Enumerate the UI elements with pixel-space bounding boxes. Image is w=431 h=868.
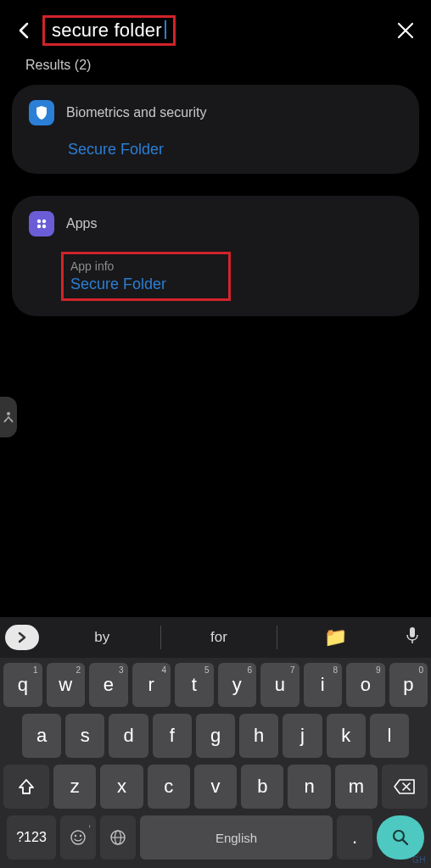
key-y[interactable]: y6	[218, 663, 257, 707]
expand-toolbar-button[interactable]	[5, 625, 39, 650]
result-card-biometrics[interactable]: Biometrics and security Secure Folder	[12, 85, 419, 174]
back-button[interactable]	[14, 20, 34, 41]
key-r[interactable]: r4	[132, 663, 171, 707]
result-category: Biometrics and security	[66, 105, 206, 120]
suggestion-2[interactable]: for	[161, 629, 277, 646]
svg-line-14	[403, 840, 407, 844]
key-t[interactable]: t5	[175, 663, 214, 707]
result-category: Apps	[66, 216, 97, 231]
key-w[interactable]: w2	[47, 663, 86, 707]
period-key[interactable]: .	[337, 815, 372, 860]
result-item-link: Secure Folder	[70, 275, 221, 293]
svg-point-8	[75, 835, 76, 837]
svg-point-3	[42, 225, 46, 228]
shift-key[interactable]	[3, 765, 49, 809]
key-v[interactable]: v	[194, 765, 237, 809]
svg-rect-5	[410, 627, 415, 637]
svg-point-0	[37, 220, 41, 223]
key-c[interactable]: c	[148, 765, 190, 809]
key-m[interactable]: m	[335, 765, 378, 809]
key-j[interactable]: j	[283, 714, 322, 758]
svg-point-4	[7, 412, 10, 415]
search-query-text: secure folder	[52, 19, 162, 41]
key-k[interactable]: k	[327, 714, 366, 758]
highlighted-result[interactable]: App info Secure Folder	[61, 252, 231, 301]
clear-search-button[interactable]	[394, 19, 417, 42]
watermark: GH	[412, 855, 426, 865]
key-l[interactable]: l	[370, 714, 409, 758]
svg-point-7	[71, 831, 85, 844]
result-sublabel: App info	[70, 259, 221, 273]
key-i[interactable]: i8	[304, 663, 343, 707]
key-x[interactable]: x	[100, 765, 143, 809]
svg-point-9	[80, 835, 81, 837]
svg-point-1	[42, 220, 46, 223]
key-n[interactable]: n	[288, 765, 330, 809]
key-p[interactable]: p0	[389, 663, 428, 707]
svg-point-2	[37, 225, 41, 228]
result-item-link[interactable]: Secure Folder	[68, 141, 402, 159]
search-key[interactable]	[377, 815, 424, 860]
result-card-apps[interactable]: Apps App info Secure Folder	[12, 196, 419, 316]
key-h[interactable]: h	[239, 714, 278, 758]
apps-icon	[29, 211, 54, 236]
edge-panel-handle[interactable]	[0, 397, 17, 437]
folder-icon: 📁	[324, 626, 347, 648]
symbols-key[interactable]: ?123	[7, 815, 56, 860]
suggestion-emoji[interactable]: 📁	[277, 626, 394, 648]
results-count: Results (2)	[0, 58, 431, 85]
backspace-key[interactable]	[382, 765, 428, 809]
key-d[interactable]: d	[109, 714, 148, 758]
key-a[interactable]: a	[22, 714, 61, 758]
language-key[interactable]	[100, 815, 136, 860]
shield-icon	[29, 100, 54, 125]
key-q[interactable]: q1	[3, 663, 42, 707]
key-e[interactable]: e3	[89, 663, 128, 707]
key-s[interactable]: s	[65, 714, 104, 758]
key-u[interactable]: u7	[260, 663, 299, 707]
key-f[interactable]: f	[153, 714, 192, 758]
suggestion-1[interactable]: by	[44, 629, 160, 646]
key-g[interactable]: g	[196, 714, 235, 758]
spacebar[interactable]: English	[140, 815, 333, 860]
voice-input-button[interactable]	[394, 626, 431, 648]
keyboard: by for 📁 q1w2e3r4t5y6u7i8o9p0 asdfghjkl …	[0, 617, 431, 868]
search-input[interactable]: secure folder	[42, 15, 385, 46]
key-o[interactable]: o9	[346, 663, 385, 707]
emoji-key[interactable]: ,	[60, 815, 96, 860]
key-z[interactable]: z	[53, 765, 96, 809]
key-b[interactable]: b	[241, 765, 283, 809]
text-cursor	[165, 20, 166, 39]
